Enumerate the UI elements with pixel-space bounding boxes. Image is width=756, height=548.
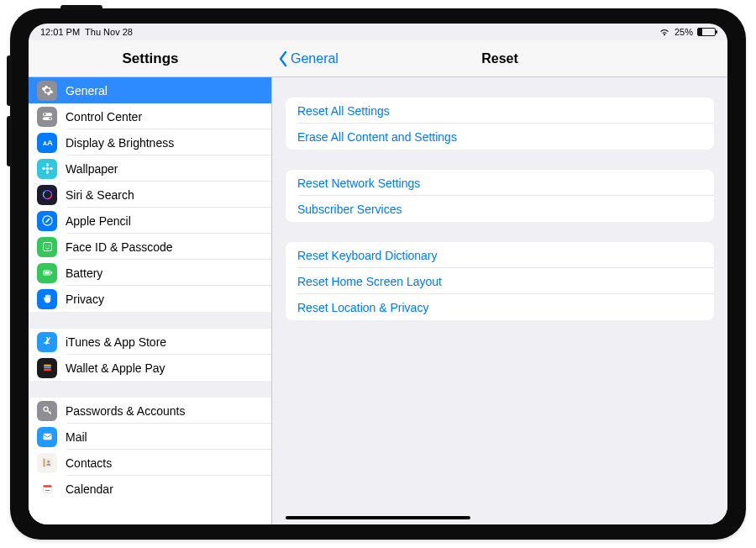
sidebar-item-label: Face ID & Passcode — [66, 240, 173, 254]
sidebar-item-wallpaper[interactable]: Wallpaper — [29, 155, 271, 182]
detail-pane: Reset All SettingsErase All Content and … — [272, 77, 727, 524]
sidebar-item-label: iTunes & App Store — [66, 335, 166, 349]
sidebar-item-pencil[interactable]: Apple Pencil — [29, 208, 271, 234]
home-indicator[interactable] — [286, 516, 470, 519]
sidebar-item-label: Privacy — [66, 292, 104, 306]
svg-point-7 — [46, 163, 49, 166]
sidebar-item-label: Display & Brightness — [66, 136, 174, 150]
appstore-icon — [37, 332, 57, 352]
detail-group: Reset Network SettingsSubscriber Service… — [286, 170, 714, 222]
navigation-bars: Settings General Reset — [29, 40, 727, 77]
svg-point-10 — [49, 167, 52, 170]
sidebar-item-label: Apple Pencil — [66, 214, 131, 228]
flower-icon — [37, 159, 57, 179]
switches-icon — [37, 107, 57, 127]
reset-option-reset-keyboard[interactable]: Reset Keyboard Dictionary — [286, 242, 714, 268]
svg-point-6 — [45, 167, 49, 171]
gear-icon — [37, 81, 57, 101]
svg-point-3 — [49, 118, 51, 120]
svg-point-28 — [47, 461, 50, 463]
sidebar-item-general[interactable]: General — [29, 77, 271, 103]
svg-point-8 — [46, 171, 49, 174]
sidebar-item-label: General — [66, 84, 108, 97]
sidebar-item-faceid[interactable]: Face ID & Passcode — [29, 234, 271, 260]
sidebar-item-label: Battery — [66, 266, 102, 280]
sidebar-item-label: Wallet & Apple Pay — [66, 361, 165, 375]
svg-rect-15 — [43, 243, 51, 251]
svg-rect-22 — [44, 366, 51, 368]
sidebar-item-battery[interactable]: Battery — [29, 260, 271, 286]
svg-rect-27 — [43, 459, 45, 467]
reset-option-erase-all[interactable]: Erase All Content and Settings — [286, 124, 714, 150]
nav-title-settings: Settings — [29, 40, 272, 76]
svg-rect-20 — [44, 271, 49, 274]
svg-text:A: A — [46, 139, 52, 147]
wifi-icon — [659, 28, 670, 36]
svg-point-9 — [42, 167, 45, 170]
status-date: Thu Nov 28 — [85, 27, 133, 37]
svg-rect-19 — [50, 271, 51, 274]
detail-group: Reset All SettingsErase All Content and … — [286, 97, 714, 150]
screen: 12:01 PM Thu Nov 28 25% Settings General… — [29, 24, 727, 524]
sidebar-item-itunes[interactable]: iTunes & App Store — [29, 329, 271, 355]
face-icon — [37, 237, 57, 257]
svg-rect-23 — [44, 369, 51, 371]
sidebar-item-label: Passwords & Accounts — [66, 404, 185, 418]
sidebar-item-mail[interactable]: Mail — [29, 424, 271, 450]
reset-option-subscriber[interactable]: Subscriber Services — [286, 196, 714, 222]
sidebar-item-wallet[interactable]: Wallet & Apple Pay — [29, 355, 271, 381]
hand-icon — [37, 289, 57, 309]
sidebar-item-display[interactable]: AADisplay & Brightness — [29, 129, 271, 155]
svg-rect-30 — [43, 485, 51, 487]
sidebar-item-label: Calendar — [66, 482, 113, 496]
ipad-bezel: 12:01 PM Thu Nov 28 25% Settings General… — [10, 8, 746, 540]
sidebar-group-separator — [29, 381, 271, 398]
chevron-left-icon — [277, 50, 289, 67]
sidebar-item-control-center[interactable]: Control Center — [29, 103, 271, 129]
svg-point-16 — [45, 245, 46, 246]
key-icon — [37, 401, 57, 421]
reset-option-reset-location[interactable]: Reset Location & Privacy — [286, 294, 714, 320]
sidebar-item-label: Siri & Search — [66, 188, 134, 202]
back-label: General — [291, 51, 339, 66]
reset-option-reset-home[interactable]: Reset Home Screen Layout — [286, 268, 714, 294]
svg-point-17 — [48, 245, 49, 246]
svg-rect-25 — [43, 434, 51, 440]
reset-option-reset-network[interactable]: Reset Network Settings — [286, 170, 714, 196]
aa-icon: AA — [37, 133, 57, 153]
sidebar-item-privacy[interactable]: Privacy — [29, 286, 271, 312]
battery-percent: 25% — [675, 27, 693, 37]
battery-icon — [697, 28, 716, 36]
wallet-icon — [37, 358, 57, 378]
sidebar-item-label: Mail — [66, 430, 87, 444]
sidebar-item-calendar[interactable]: —Calendar — [29, 476, 271, 502]
sidebar-item-label: Wallpaper — [66, 162, 118, 176]
svg-text:—: — — [45, 487, 50, 493]
svg-rect-21 — [44, 365, 51, 366]
reset-option-reset-all[interactable]: Reset All Settings — [286, 97, 714, 124]
sidebar-item-label: Contacts — [66, 456, 112, 470]
settings-sidebar[interactable]: GeneralControl CenterAADisplay & Brightn… — [29, 77, 272, 524]
status-bar: 12:01 PM Thu Nov 28 25% — [29, 24, 727, 40]
sidebar-item-contacts[interactable]: Contacts — [29, 450, 271, 476]
svg-point-1 — [44, 113, 46, 116]
status-time: 12:01 PM — [40, 27, 80, 37]
back-button[interactable]: General — [272, 50, 339, 67]
calendar-icon: — — [37, 479, 57, 499]
pencil-icon — [37, 211, 57, 231]
mail-icon — [37, 427, 57, 447]
volume-button — [7, 116, 12, 166]
sidebar-group-separator — [29, 312, 271, 329]
svg-point-24 — [44, 407, 48, 411]
detail-group: Reset Keyboard DictionaryReset Home Scre… — [286, 242, 714, 320]
battery-icon — [37, 263, 57, 283]
contacts-icon — [37, 453, 57, 473]
siri-icon — [37, 185, 57, 205]
nav-title-reset: Reset — [272, 51, 727, 66]
svg-text:A: A — [42, 140, 46, 146]
sidebar-item-passwords[interactable]: Passwords & Accounts — [29, 398, 271, 424]
sidebar-item-label: Control Center — [66, 110, 142, 124]
sidebar-item-siri[interactable]: Siri & Search — [29, 182, 271, 208]
